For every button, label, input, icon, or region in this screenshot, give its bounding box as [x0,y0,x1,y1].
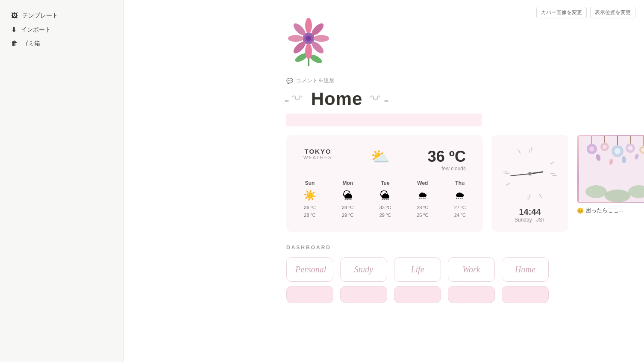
weather-current-icon: ⛅ [371,148,390,166]
svg-point-10 [288,35,303,42]
flower-photo-widget: 😊 困ったらここ... [577,135,644,232]
sidebar-label-trash: ゴミ箱 [22,40,40,47]
flower-caption-icon: 😊 [577,207,584,214]
dashboard-card-label: Life [411,265,424,274]
svg-point-13 [306,36,311,41]
dashboard-title: DASHBOARD [286,245,482,251]
svg-point-6 [314,35,329,42]
weather-day-wed: Wed 🌧 28 ºC25 ºC [417,180,428,219]
day-name: Thu [454,180,466,186]
weather-forecast: Sun ☀️ 36 ºC28 ºC Mon 🌦 34 ºC29 ºC Tue 🌦… [303,180,466,219]
svg-line-20 [538,194,543,198]
weather-city: TOKYO [303,148,332,155]
dashboard-cards-bottom [286,286,482,303]
svg-point-50 [605,190,630,202]
svg-point-37 [615,148,620,154]
dashboard-card-bottom-1[interactable] [340,286,387,303]
dashboard-card-home[interactable]: Home [502,257,549,282]
dashboard-card-study[interactable]: Study [340,257,387,282]
clock-widget: 14:44 Sunday · JST [491,135,568,232]
flower-photo-svg [579,136,644,202]
svg-point-31 [589,146,594,152]
dashboard-card-label: Study [354,265,373,274]
dashboard-card-bottom-0[interactable] [286,286,333,303]
dashboard-card-label: Home [515,265,535,274]
svg-line-21 [526,196,530,200]
weather-day-sun: Sun ☀️ 36 ºC28 ºC [303,180,316,219]
pink-divider-bar [286,114,482,126]
sidebar-item-template[interactable]: 🖼 テンプレート [3,9,120,22]
dashboard-card-bottom-4[interactable] [502,286,549,303]
day-icon: 🌧 [417,190,428,201]
svg-point-8 [305,44,312,59]
svg-point-49 [585,185,607,198]
day-temps: 34 ºC29 ºC [342,204,353,219]
weather-header: TOKYO WEATHER ⛅ 36 ºC few clouds [303,148,466,172]
clock-time: 14:44 [519,207,541,217]
dashboard-card-life[interactable]: Life [394,257,441,282]
clock-face [500,144,560,204]
title-suffix: ꒷- [368,91,389,108]
import-icon: ⬇ [11,26,17,34]
svg-point-40 [628,146,633,150]
dashboard-card-work[interactable]: Work [448,257,495,282]
weather-temp-value: 36 ºC [428,148,466,166]
day-name: Tue [379,180,391,186]
day-temps: 28 ºC25 ºC [417,204,428,219]
dashboard-cards: PersonalStudyLifeWorkHome [286,257,482,282]
svg-point-4 [305,18,312,33]
svg-line-23 [503,170,507,174]
weather-description: few clouds [428,166,466,172]
weather-day-thu: Thu 🌧 27 ºC24 ºC [454,180,466,219]
svg-line-26 [530,172,543,174]
day-icon: 🌧 [454,190,466,201]
main-content: カバー画像を変更 表示位置を変更 [124,0,644,362]
svg-line-18 [550,161,554,165]
svg-line-19 [552,174,556,178]
dashboard-card-label: Personal [295,265,326,274]
title-text: Home [311,89,363,109]
day-icon: ☀️ [303,190,316,201]
comment-add[interactable]: 💬 コメントを追加 [124,74,644,87]
day-temps: 36 ºC28 ºC [303,204,316,219]
day-name: Mon [342,180,353,186]
cover-change-button[interactable]: カバー画像を変更 [536,7,587,18]
dashboard-card-bottom-3[interactable] [448,286,495,303]
dashboard-card-personal[interactable]: Personal [286,257,333,282]
svg-line-24 [517,150,521,154]
day-icon: 🌦 [379,190,391,201]
svg-line-27 [511,174,530,176]
day-name: Wed [417,180,428,186]
comment-icon: 💬 [286,78,293,84]
weather-day-tue: Tue 🌦 33 ºC29 ºC [379,180,391,219]
weather-day-mon: Mon 🌦 34 ºC29 ºC [342,180,353,219]
flower-caption-text: 困ったらここ... [585,207,623,214]
flower-photo [577,135,644,203]
svg-line-25 [530,147,534,152]
weather-label: WEATHER [303,155,332,160]
header-buttons: カバー画像を変更 表示位置を変更 [536,7,635,18]
template-icon: 🖼 [11,12,18,20]
position-change-button[interactable]: 表示位置を変更 [590,7,635,18]
comment-add-label: コメントを追加 [296,77,335,85]
day-temps: 33 ºC29 ºC [379,204,391,219]
weather-current-temp: 36 ºC few clouds [428,148,466,172]
page-flower-icon [286,13,333,68]
clock-day: Sunday · JST [515,217,545,223]
day-temps: 27 ºC24 ºC [454,204,466,219]
page-title-wrap: -꒷ Home ꒷- [124,87,644,114]
svg-point-34 [603,145,607,149]
sidebar: 🖼 テンプレート ⬇ インポート 🗑 ゴミ箱 [0,0,124,362]
page-title: -꒷ Home ꒷- [284,89,389,109]
title-prefix: -꒷ [284,91,306,108]
sidebar-label-import: インポート [21,26,51,34]
sidebar-label-template: テンプレート [22,12,58,20]
trash-icon: 🗑 [11,40,18,47]
dashboard-section: DASHBOARD PersonalStudyLifeWorkHome [124,240,644,312]
sidebar-item-import[interactable]: ⬇ インポート [3,23,120,36]
dashboard-card-bottom-2[interactable] [394,286,441,303]
svg-line-22 [506,182,510,187]
flower-caption: 😊 困ったらここ... [577,207,644,214]
dashboard-card-label: Work [462,265,480,274]
sidebar-item-trash[interactable]: 🗑 ゴミ箱 [3,37,120,50]
